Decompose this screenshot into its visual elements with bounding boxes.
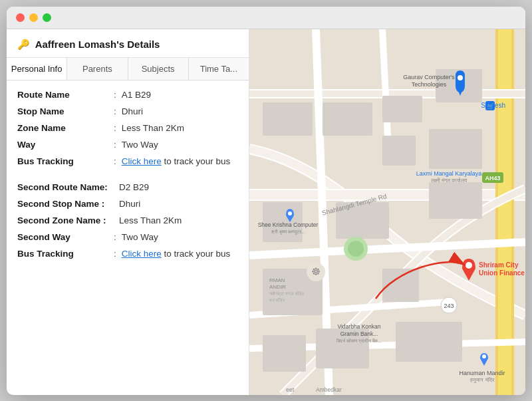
svg-text:Laxmi Mangal Karyalaya: Laxmi Mangal Karyalaya: [416, 170, 482, 177]
svg-text:RMAN: RMAN: [269, 277, 285, 283]
tab-subjects[interactable]: Subjects: [128, 58, 189, 80]
svg-rect-16: [382, 136, 416, 166]
map-container[interactable]: Shahlangdi Temple Rd Gaurav Computer's T…: [249, 29, 525, 395]
svg-rect-12: [263, 335, 306, 372]
panel-header: 🔑 Aaffreen Lomash's Details: [7, 29, 249, 58]
key-icon: 🔑: [17, 39, 30, 50]
field-second-zone-name: Second Zone Name : Less Than 2Km: [17, 215, 238, 225]
field-way: Way : Two Way: [17, 140, 238, 150]
svg-text:Union Finance: Union Finance: [479, 269, 525, 277]
map-panel: Shahlangdi Temple Rd Gaurav Computer's T…: [249, 29, 525, 395]
svg-text:Ambedkar: Ambedkar: [316, 386, 342, 393]
svg-rect-20: [429, 182, 482, 219]
panel-title-text: Aaffreen Lomash's Details: [35, 39, 160, 50]
window-body: 🔑 Aaffreen Lomash's Details Personal Inf…: [7, 29, 525, 395]
svg-point-26: [458, 75, 463, 80]
svg-text:AH43: AH43: [485, 175, 500, 182]
tab-personal-info[interactable]: Personal Info: [7, 58, 67, 80]
svg-rect-18: [396, 322, 462, 362]
svg-text:मन मंदिर: मन मंदिर: [269, 297, 285, 303]
svg-text:विदर्भ कोंकण ग्रामीण बैंक...: विदर्भ कोंकण ग्रामीण बैंक...: [336, 338, 382, 344]
svg-text:243: 243: [444, 303, 454, 309]
svg-text:Vidarbha Konkan: Vidarbha Konkan: [337, 323, 380, 330]
svg-rect-19: [429, 129, 482, 169]
field-zone-name: Zone Name : Less Than 2Km: [17, 123, 238, 133]
close-button[interactable]: [16, 13, 25, 22]
svg-text:ANDIR: ANDIR: [269, 284, 286, 290]
svg-text:Technologies: Technologies: [412, 81, 447, 88]
title-bar: [7, 7, 525, 29]
bus-tracking-link-2[interactable]: Click here: [122, 249, 162, 259]
svg-text:Shriram City: Shriram City: [479, 261, 519, 269]
minimize-button[interactable]: [29, 13, 38, 22]
svg-text:Gaurav Computer's: Gaurav Computer's: [403, 74, 455, 80]
svg-point-22: [348, 241, 364, 257]
svg-point-32: [288, 211, 292, 215]
svg-text:नवीनद्रा मंगल मंदिर: नवीनद्रा मंगल मंदिर: [269, 291, 305, 297]
tab-timetable[interactable]: Time Ta...: [189, 58, 249, 80]
svg-rect-7: [263, 102, 313, 136]
svg-text:Shee Krishna Computer: Shee Krishna Computer: [258, 221, 319, 228]
field-stop-name: Stop Name : Dhuri: [17, 106, 238, 116]
field-second-way: Second Way : Two Way: [17, 232, 238, 242]
svg-rect-17: [382, 269, 419, 302]
field-bus-tracking-2: Bus Tracking : Click here to track your …: [17, 249, 238, 259]
maximize-button[interactable]: [43, 13, 51, 22]
svg-text:लक्ष्मी मंगल कार्यालय: लक्ष्मी मंगल कार्यालय: [430, 177, 467, 184]
svg-point-47: [482, 354, 486, 358]
bus-tracking-link-1[interactable]: Click here: [122, 156, 162, 166]
field-second-route-name: Second Route Name: D2 B29: [17, 182, 238, 192]
svg-text:🛒: 🛒: [487, 102, 495, 110]
svg-text:Gramin Bank...: Gramin Bank...: [340, 331, 378, 337]
map-svg: Shahlangdi Temple Rd Gaurav Computer's T…: [249, 29, 525, 395]
svg-text:हनुमान मंदिर: हनुमान मंदिर: [469, 377, 494, 384]
svg-rect-8: [323, 102, 372, 136]
panel-title: 🔑 Aaffreen Lomash's Details: [17, 39, 160, 50]
content-area: Route Name : A1 B29 Stop Name : Dhuri Zo…: [7, 80, 249, 395]
tab-parents[interactable]: Parents: [67, 58, 128, 80]
field-second-stop-name: Second Stop Name : Dhuri: [17, 199, 238, 209]
svg-rect-14: [382, 96, 422, 122]
section-divider: [17, 173, 238, 182]
field-bus-tracking-1: Bus Tracking : Click here to track your …: [17, 156, 238, 166]
svg-text:Hanuman Mandir: Hanuman Mandir: [459, 370, 505, 376]
svg-rect-2: [249, 190, 525, 200]
app-window: 🔑 Aaffreen Lomash's Details Personal Inf…: [7, 7, 525, 395]
svg-point-37: [466, 262, 472, 269]
tabs-bar: Personal Info Parents Subjects Time Ta..…: [7, 58, 249, 80]
svg-text:☸: ☸: [311, 266, 321, 277]
field-route-name: Route Name : A1 B29: [17, 90, 238, 100]
svg-text:eet: eet: [286, 386, 295, 393]
left-panel: 🔑 Aaffreen Lomash's Details Personal Inf…: [7, 29, 249, 395]
svg-text:श्री कृष्ण कम्प्यूटर...: श्री कृष्ण कम्प्यूटर...: [271, 229, 305, 235]
